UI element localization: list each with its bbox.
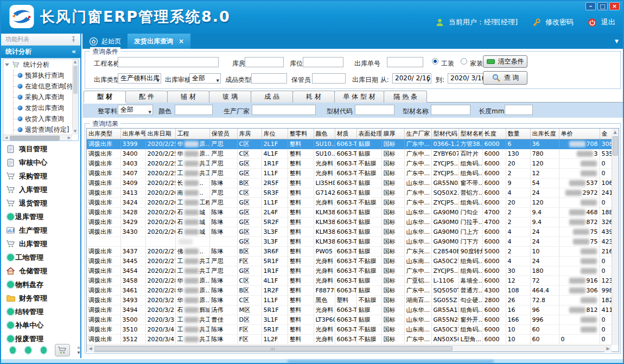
date-from-picker[interactable]: 2020/ 2/16▼ [392,73,431,84]
column-header-出库日期[interactable]: 出库日期 [145,129,175,139]
column-header-颜色[interactable]: 颜色 [314,129,335,139]
column-header-生产厂家[interactable]: 生产厂家 [404,129,431,139]
keeper-input[interactable] [312,73,346,84]
sidebar-group-退库管理[interactable]: 退库管理 [1,210,80,223]
outbound-audit-select[interactable]: 全部▼ [189,73,221,84]
filter-select-整零料[interactable]: 全部▼ [118,105,153,115]
filter-input-型材代码[interactable] [355,105,394,115]
tree-item-预算执行查询[interactable]: 预算执行查询 [3,70,78,81]
filter-input-颜色[interactable] [175,105,213,115]
change-password-link[interactable]: 修改密码 [545,17,574,27]
outbound-no-input[interactable] [387,57,423,67]
table-row[interactable]: 调拨出库34612020/2/28华原..陈琳B区1R2F整料F8877FT60… [87,285,612,295]
material-tab-型材[interactable]: 型 材 [84,91,126,103]
sidebar-group-退货管理[interactable]: 退货管理 [1,196,80,210]
table-row[interactable]: 调拨出库33992020/2/25华原..严思C区2L1F整料SU10...60… [87,139,612,149]
grid-vertical-scrollbar[interactable]: ▲ [612,129,619,345]
table-row[interactable]: 调拨出库34282020/2/26石城陈琳G区2L4F整料KLM38176063… [87,207,612,217]
column-header-库房[interactable]: 库房 [237,129,262,139]
column-header-工程[interactable]: 工程 [175,129,209,139]
tree-item-收货入库查询[interactable]: 收货入库查询 [3,113,78,124]
column-header-型材代码[interactable]: 型材代码 [431,129,459,139]
tree-item-退货查询[待定][interactable]: 退货查询[待定] [3,124,78,135]
table-row[interactable]: 调拨出库34092020/2/25长..陈琳B区2R5F整料LI35HD6063… [87,178,612,188]
table-row[interactable]: 调拨出库35122020/3/4工共工程陈琳F区1L2F整料光身料6063-T5… [87,334,612,344]
sidebar-group-财务管理[interactable]: 财务管理 [1,291,80,305]
material-tab-隔热条[interactable]: 隔 热 条 [384,91,427,103]
module-dot-icon[interactable] [25,347,31,354]
sidebar-group-补单中心[interactable]: 补单中心 [1,318,80,332]
tab-shipment-outbound-query[interactable]: 发货出库查询 × [128,34,190,49]
sidebar-group-出库管理[interactable]: 出库管理 [1,237,80,251]
clear-conditions-button[interactable]: 清空条件 [483,55,527,68]
column-header-出库类型[interactable]: 出库类型 [87,129,120,139]
column-header-出库单号[interactable]: 出库单号 [120,129,145,139]
table-row[interactable]: 调拨出库34542020/2/28工共工程严思G区1R1F整料光身料6063-T… [87,266,612,276]
table-row[interactable]: 调拨出库34372020/2/27佛..陈琳B区3R6F整料PW056063-T… [87,246,612,256]
sidebar-group-采购管理[interactable]: 采购管理 [1,169,80,183]
tab-close-icon[interactable]: × [179,37,184,45]
tree-item-采购入库查询[interactable]: 采购入库查询 [3,92,78,103]
sidebar-group-结转管理[interactable]: 结转管理 [1,305,80,318]
sidebar-group-仓储管理[interactable]: 仓储管理 [1,264,80,278]
warehouse-input[interactable] [245,57,284,67]
column-header-膜厚[interactable]: 膜厚 [381,129,404,139]
radio-gongzhuang[interactable] [432,58,438,65]
table-row[interactable]: 调拨出库35002020/3/3工共工程曹佳D区3L1F整料LT3P606063… [87,315,612,324]
table-row[interactable]: 调拨出库34942020/3/2石辉城汤伟M区5R1F整料光身料6063-T5贴… [87,305,612,315]
search-button[interactable]: 查 询 [483,71,527,85]
column-header-型材名称[interactable]: 型材名称 [459,129,482,139]
sidebar-group-生产管理[interactable]: 生产管理 [1,223,80,237]
overflow-chevron-icon[interactable]: »▾ [77,345,80,355]
column-header-材质[interactable]: 材质 [335,129,356,139]
expand-icon[interactable] [5,63,9,66]
module-dot-icon[interactable] [41,347,47,354]
tab-home[interactable]: 起始页 [82,34,128,49]
tree-root[interactable]: 统计分析 [3,59,78,70]
close-button[interactable]: × [609,2,620,10]
table-row[interactable]: 调拨出库34032020/2/25工共工程严思G区1R1F整料光身料6063-T… [87,158,612,168]
table-row[interactable]: 调拨出库35102020/3/4工共工程陈琳F区5R1F整料光身料6063-T5… [87,324,612,334]
material-tab-成品[interactable]: 成 品 [251,91,293,103]
section-header[interactable]: 统计分析 « [1,46,80,58]
column-header-表面处理[interactable]: 表面处理 [356,129,381,139]
material-tab-单体型材[interactable]: 单 体 型 材 [334,91,384,103]
table-row[interactable]: 调拨出库34932020/3/2华原..陈琳C区1L1F整料黑色塑料不贴膜国标湖… [87,295,612,305]
tree-item-在途信息查询[待[interactable]: 在途信息查询[待 [3,81,78,92]
column-header-金[interactable]: 金 [600,129,612,139]
outbound-type-select[interactable]: 生产领料出库▼ [118,73,161,84]
filter-input-型材名称[interactable] [431,105,470,115]
product-type-input[interactable] [251,73,287,84]
material-tab-玻璃[interactable]: 玻 璃 [209,91,251,103]
tree-horizontal-scrollbar[interactable]: ◀ ▶ [3,135,72,141]
module-dot-icon[interactable] [10,347,16,354]
tree-vertical-scrollbar[interactable]: ▲ ▼ [72,59,78,135]
sidebar-group-审核中心[interactable]: 审核中心 [1,156,80,169]
location-input[interactable] [303,57,343,67]
project-name-input[interactable] [118,57,219,67]
column-header-保管员[interactable]: 保管员 [209,129,237,139]
filter-input-生产厂家[interactable] [252,105,316,115]
radio-jiazhuang[interactable] [461,58,467,65]
column-header-出库长度[interactable]: 出库长度 [530,129,559,139]
material-tab-耗材[interactable]: 耗 材 [292,91,335,103]
cart-module-button[interactable] [55,344,70,356]
table-row[interactable]: G区3L3F整料KLM38176063-T5贴膜国标山东华...GA90M09.… [87,237,612,246]
table-row[interactable]: 调拨出库34072020/2/25工共工程严思G区1L1F整料光身料6063-T… [87,168,612,178]
maximize-button[interactable]: □ [597,2,608,10]
table-row[interactable]: 调拨出库34002020/2/25华原..严思C区4L1F整料SU10...60… [87,149,612,158]
column-header-长度[interactable]: 长度 [482,129,506,139]
sidebar-group-项目管理[interactable]: 项目管理 [1,142,80,156]
table-row[interactable]: 调拨出库34292020/2/26石城陈琳G区5R2F整料KLM38176063… [87,217,612,227]
sidebar-group-入库管理[interactable]: 入库管理 [1,183,80,196]
grid-horizontal-scrollbar[interactable]: ◀ ▶ [87,345,612,352]
minimize-button[interactable]: – [585,2,596,10]
tab-list-caret-icon[interactable]: ▼ [615,39,619,44]
tree-item-发货出库查询[interactable]: 发货出库查询 [3,103,78,113]
date-to-picker[interactable]: 2020/ 3/16▼ [448,73,487,84]
material-tab-辅材[interactable]: 辅 材 [167,91,209,103]
collapse-icon[interactable]: « [72,46,76,58]
column-header-单价[interactable]: 单价 [559,129,600,139]
table-row[interactable]: 调拨出库34132020/2/26南..严思C区5R3F整料G714226063… [87,188,612,197]
material-tab-配件[interactable]: 配 件 [125,91,168,103]
